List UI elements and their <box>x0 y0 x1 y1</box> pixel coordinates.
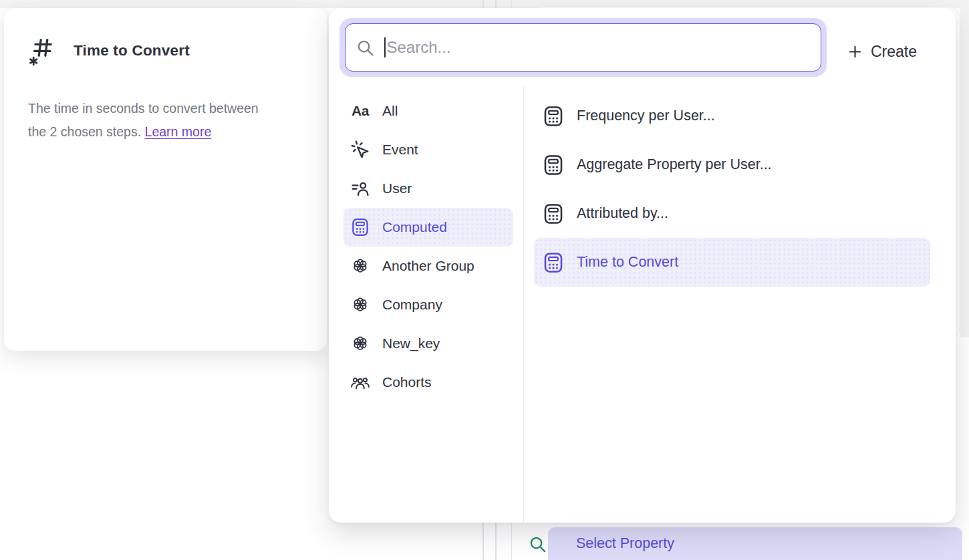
create-label: Create <box>871 43 917 61</box>
calculator-icon <box>542 105 565 128</box>
category-item-company[interactable]: Company <box>343 285 513 324</box>
result-item-attributed-by[interactable]: Attributed by... <box>534 189 930 238</box>
category-label: All <box>382 103 398 119</box>
search-focus-ring <box>339 18 827 77</box>
category-label: Another Group <box>382 258 474 274</box>
category-label: Computed <box>382 219 447 235</box>
category-label: New_key <box>382 335 440 352</box>
property-info-header: Time to Convert <box>28 35 190 67</box>
cursor-click-icon <box>350 140 370 160</box>
category-list: Aa All Event User <box>343 92 513 402</box>
result-item-time-to-convert[interactable]: Time to Convert <box>534 238 930 287</box>
category-item-computed[interactable]: Computed <box>343 208 513 247</box>
search-box[interactable] <box>345 23 821 72</box>
people-icon <box>350 372 370 392</box>
result-label: Attributed by... <box>577 205 668 222</box>
user-list-icon <box>350 178 370 198</box>
category-item-event[interactable]: Event <box>343 130 513 169</box>
calculator-icon <box>542 154 565 176</box>
numeric-property-icon <box>28 35 56 67</box>
calculator-icon <box>350 217 370 237</box>
category-label: Company <box>382 297 442 313</box>
category-item-cohorts[interactable]: Cohorts <box>343 363 513 402</box>
group-flower-icon <box>350 256 370 276</box>
search-icon <box>356 39 374 57</box>
category-item-another-group[interactable]: Another Group <box>343 247 513 285</box>
property-info-card: Time to Convert The time in seconds to c… <box>4 8 327 351</box>
result-label: Aggregate Property per User... <box>577 156 772 173</box>
category-label: Cohorts <box>382 374 432 390</box>
property-search-icon <box>529 535 547 553</box>
category-label: Event <box>382 142 418 158</box>
search-input[interactable] <box>386 38 811 57</box>
description-line1: The time in seconds to convert between <box>28 101 259 116</box>
description-line2: the 2 chosen steps. <box>28 124 141 139</box>
group-flower-icon <box>350 295 370 315</box>
category-item-all[interactable]: Aa All <box>343 92 513 130</box>
calculator-icon <box>542 251 565 274</box>
result-label: Time to Convert <box>577 254 678 271</box>
select-property-field[interactable]: Select Property <box>548 527 962 560</box>
background-right-strip <box>960 0 969 337</box>
category-item-user[interactable]: User <box>343 169 513 208</box>
result-label: Frequency per User... <box>577 108 715 124</box>
select-property-label: Select Property <box>576 535 674 552</box>
learn-more-link[interactable]: Learn more <box>145 124 212 139</box>
plus-icon <box>847 44 863 59</box>
group-flower-icon <box>350 333 370 354</box>
category-label: User <box>382 180 412 196</box>
property-description: The time in seconds to convert between t… <box>28 97 295 144</box>
text-aa-icon: Aa <box>350 101 370 121</box>
results-list: Frequency per User... Aggregate Property… <box>534 92 930 287</box>
result-item-aggregate-property-per-user[interactable]: Aggregate Property per User... <box>534 140 930 189</box>
calculator-icon <box>542 202 565 225</box>
property-title: Time to Convert <box>74 42 190 59</box>
category-item-new-key[interactable]: New_key <box>343 324 513 363</box>
create-button[interactable]: Create <box>841 37 924 66</box>
panel-divider <box>523 86 524 523</box>
property-picker-popup: Create Aa All Event <box>329 8 956 523</box>
result-item-frequency-per-user[interactable]: Frequency per User... <box>534 92 930 140</box>
screen: Select Property Time to Convert The time… <box>0 0 969 560</box>
